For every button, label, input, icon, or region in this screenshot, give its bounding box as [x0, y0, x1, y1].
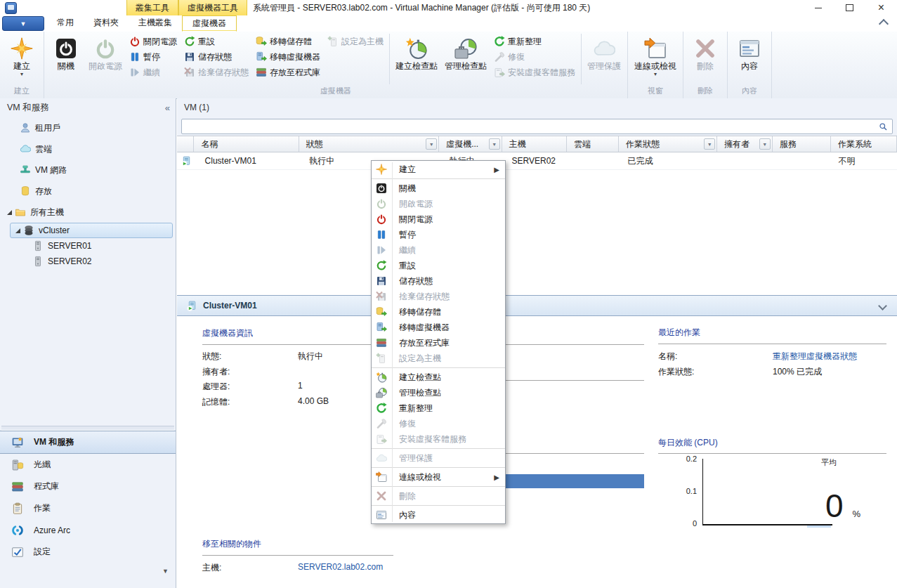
- save-state-icon: [376, 275, 387, 287]
- menu-item-建立[interactable]: 建立▶: [372, 162, 505, 177]
- menu-item-管理檢查點[interactable]: 管理檢查點: [372, 385, 505, 400]
- column-header-擁有者[interactable]: 擁有者▼: [717, 136, 773, 152]
- column-header-名稱[interactable]: 名稱: [194, 136, 299, 152]
- menu-item-建立檢查點[interactable]: 建立檢查點: [372, 370, 505, 385]
- section-heading-vm-info: 虛擬機器資訊: [202, 327, 253, 339]
- menu-item-繼續[interactable]: 繼續: [372, 242, 505, 258]
- nav-item-光纖[interactable]: 光纖: [0, 454, 176, 476]
- sidebar-item-VM 網路[interactable]: VM 網路: [0, 159, 176, 181]
- maximize-button[interactable]: [834, 0, 865, 15]
- tab-資料夾[interactable]: 資料夾: [84, 15, 129, 30]
- ribbon-button-管理檢查點[interactable]: 管理檢查點: [441, 34, 490, 72]
- nav-item-作業[interactable]: 作業: [0, 497, 176, 519]
- nav-item-Azure Arc[interactable]: Azure Arc: [0, 519, 176, 541]
- ribbon-button-移轉虛擬機器[interactable]: 移轉虛擬機器: [254, 49, 322, 65]
- menu-item-暫停[interactable]: 暫停: [372, 227, 505, 242]
- ribbon-button-刪除[interactable]: 刪除: [686, 34, 724, 72]
- search-icon[interactable]: [879, 122, 888, 131]
- contextual-tab-cluster-tools[interactable]: 叢集工具: [126, 0, 178, 15]
- column-header-服務[interactable]: 服務: [773, 136, 831, 152]
- menu-item-存放至程式庫[interactable]: 存放至程式庫: [372, 335, 505, 351]
- tab-虛擬機器[interactable]: 虛擬機器: [182, 15, 237, 32]
- column-header-狀態[interactable]: 狀態▼: [299, 136, 440, 152]
- minimize-button[interactable]: [802, 0, 834, 15]
- menu-item-關機[interactable]: 關機: [372, 181, 505, 196]
- menu-item-設定為主機[interactable]: 設定為主機: [372, 351, 505, 366]
- sidebar-splitter[interactable]: [1, 426, 174, 431]
- ribbon-collapse-chevron-icon[interactable]: [879, 19, 889, 29]
- nav-item-VM 和服務[interactable]: VM 和服務: [0, 431, 176, 454]
- sidebar-item-SERVER01[interactable]: SERVER01: [0, 238, 176, 254]
- ribbon-button-建立檢查點[interactable]: 建立檢查點: [392, 34, 441, 72]
- ribbon-button-關閉電源[interactable]: 關閉電源: [127, 34, 179, 49]
- column-header-作業狀態[interactable]: 作業狀態▼: [619, 136, 717, 152]
- menu-item-儲存狀態[interactable]: 儲存狀態: [372, 273, 505, 289]
- maximize-icon: [846, 4, 853, 11]
- ribbon-button-繼續[interactable]: 繼續: [127, 65, 179, 80]
- menu-item-連線或檢視[interactable]: 連線或檢視▶: [372, 469, 505, 485]
- app-icon[interactable]: [5, 2, 17, 14]
- tab-主機叢集[interactable]: 主機叢集: [129, 15, 182, 30]
- nav-item-程式庫[interactable]: 程式庫: [0, 476, 176, 497]
- ribbon-button-關機[interactable]: 關機: [47, 34, 85, 72]
- column-header-虛擬機...[interactable]: 虛擬機...▼: [439, 136, 502, 152]
- search-input[interactable]: [182, 121, 879, 132]
- ribbon-button-安裝虛擬客體服務[interactable]: 安裝虛擬客體服務: [492, 65, 577, 80]
- field-value-link[interactable]: 重新整理虛擬機器狀態: [773, 351, 857, 362]
- sidebar-item-雲端[interactable]: 雲端: [0, 138, 176, 159]
- menu-item-刪除[interactable]: 刪除: [372, 488, 505, 504]
- menu-item-移轉儲存體[interactable]: 移轉儲存體: [372, 304, 505, 320]
- ribbon-button-建立[interactable]: 建立▾: [3, 34, 41, 79]
- ribbon-button-管理保護[interactable]: 管理保護: [584, 34, 624, 72]
- ribbon-button-內容[interactable]: 內容: [731, 34, 768, 72]
- tree-expander-icon[interactable]: [7, 210, 12, 215]
- ribbon-button-label: 重設: [198, 36, 215, 48]
- ribbon-button-儲存狀態[interactable]: 儲存狀態: [182, 49, 251, 65]
- nav-more-chevron-icon[interactable]: ▼: [162, 568, 169, 575]
- menu-item-移轉虛擬機器[interactable]: 移轉虛擬機器: [372, 320, 505, 335]
- menu-item-開啟電源[interactable]: 開啟電源: [372, 196, 505, 211]
- menu-item-重新整理[interactable]: 重新整理: [372, 400, 505, 416]
- sidebar-item-租用戶[interactable]: 租用戶: [0, 117, 176, 138]
- sidebar-item-vCluster[interactable]: vCluster: [0, 223, 176, 238]
- menu-item-修復[interactable]: 修復: [372, 416, 505, 431]
- ribbon-button-開啟電源[interactable]: 開啟電源: [85, 34, 126, 72]
- sidebar-item-SERVER02[interactable]: SERVER02: [0, 254, 176, 269]
- tree-expander-icon[interactable]: [15, 228, 20, 233]
- nav-item-設定[interactable]: 設定: [0, 541, 176, 563]
- column-header-indicator[interactable]: [177, 136, 194, 152]
- field-value-link[interactable]: SERVER02.lab02.com: [298, 562, 383, 572]
- tab-常用[interactable]: 常用: [47, 15, 84, 30]
- filter-dropdown-icon[interactable]: ▼: [489, 138, 500, 150]
- sidebar-item-所有主機[interactable]: 所有主機: [0, 202, 176, 223]
- sidebar-item-存放[interactable]: 存放: [0, 181, 176, 202]
- close-button[interactable]: ×: [865, 0, 897, 15]
- ribbon-button-存放至程式庫[interactable]: 存放至程式庫: [254, 65, 322, 80]
- menu-item-捨棄儲存狀態[interactable]: 捨棄儲存狀態: [372, 289, 505, 304]
- column-header-主機[interactable]: 主機: [502, 136, 567, 152]
- column-header-作業系統[interactable]: 作業系統: [831, 136, 897, 152]
- ribbon-button-重新整理[interactable]: 重新整理: [492, 34, 577, 49]
- details-header[interactable]: Cluster-VM01: [177, 296, 897, 316]
- sidebar-collapse-icon[interactable]: «: [165, 103, 170, 113]
- menu-item-關閉電源[interactable]: 關閉電源: [372, 211, 505, 227]
- filter-dropdown-icon[interactable]: ▼: [704, 138, 715, 150]
- vm-running-icon: [181, 156, 192, 166]
- ribbon-button-重設[interactable]: 重設: [182, 34, 251, 49]
- filter-dropdown-icon[interactable]: ▼: [426, 138, 437, 150]
- ribbon-button-暫停[interactable]: 暫停: [127, 49, 179, 65]
- menu-item-安裝虛擬客體服務[interactable]: 安裝虛擬客體服務: [372, 431, 505, 447]
- ribbon-button-捨棄儲存狀態[interactable]: 捨棄儲存狀態: [182, 65, 251, 80]
- menu-item-管理保護[interactable]: 管理保護: [372, 450, 505, 466]
- filter-dropdown-icon[interactable]: ▼: [759, 138, 771, 150]
- contextual-tab-vm-tools[interactable]: 虛擬機器工具: [178, 0, 247, 15]
- ribbon-button-修復[interactable]: 修復: [492, 49, 577, 65]
- column-header-雲端[interactable]: 雲端: [567, 136, 619, 152]
- table-row[interactable]: Cluster-VM01執行中執行中SERVER02已完成不明: [177, 152, 897, 170]
- menu-item-內容[interactable]: 內容: [372, 507, 505, 523]
- ribbon-button-移轉儲存體[interactable]: 移轉儲存體: [254, 34, 322, 49]
- file-menu-button[interactable]: ▼: [2, 16, 44, 31]
- ribbon-button-設定為主機[interactable]: 設定為主機: [325, 34, 386, 49]
- ribbon-button-連線或檢視[interactable]: 連線或檢視▾: [631, 34, 680, 79]
- menu-item-重設[interactable]: 重設: [372, 258, 505, 273]
